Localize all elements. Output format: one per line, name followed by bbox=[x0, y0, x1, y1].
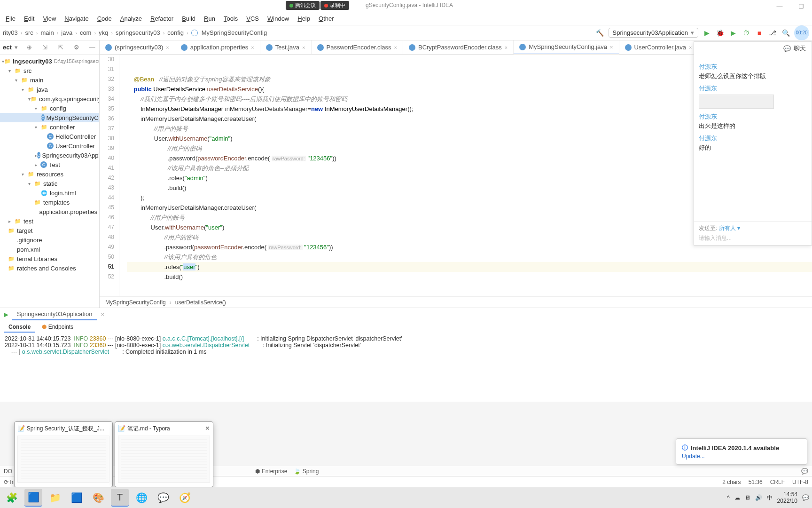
collapse-all-icon[interactable]: ⇱ bbox=[56, 43, 65, 52]
menu-refactor[interactable]: Refactor bbox=[147, 13, 177, 24]
editor-breadcrumb[interactable]: MySpringSecurityConfig›userDetailsServic… bbox=[100, 296, 812, 308]
caret-position[interactable]: 51:36 bbox=[749, 479, 763, 485]
menu-view[interactable]: View bbox=[39, 13, 60, 24]
tree-item[interactable]: login.html bbox=[0, 188, 99, 198]
tree-item[interactable]: ternal Libraries bbox=[0, 254, 99, 263]
tree-item[interactable]: ▾resources bbox=[0, 169, 99, 179]
taskbar-explorer[interactable]: 📁 bbox=[46, 489, 64, 507]
breadcrumb-item[interactable]: config bbox=[167, 29, 184, 36]
editor-tab[interactable]: Test.java× bbox=[260, 40, 312, 55]
editor-tab[interactable]: UserController.java× bbox=[619, 40, 698, 55]
menu-other[interactable]: Other bbox=[315, 13, 338, 24]
editor-tab[interactable]: (springsecurity03)× bbox=[100, 40, 175, 55]
preview-thumbnail[interactable] bbox=[17, 436, 109, 483]
menu-build[interactable]: Build bbox=[178, 13, 199, 24]
tree-item[interactable]: pom.xml bbox=[0, 245, 99, 254]
tree-item[interactable]: CUserController bbox=[0, 141, 99, 151]
preview-window[interactable]: 📝 笔记.md - Typora ✕ bbox=[115, 421, 213, 487]
preview-window[interactable]: 📝 Spring Security_认证_授权_J... bbox=[14, 421, 113, 487]
tree-item[interactable]: application.properties bbox=[0, 207, 99, 216]
menu-code[interactable]: Code bbox=[94, 13, 116, 24]
system-tray[interactable]: ^ ☁ 🖥 🔊 中 14:542022/10 💬 bbox=[727, 491, 809, 505]
tree-item[interactable]: ratches and Consoles bbox=[0, 263, 99, 273]
menu-window[interactable]: Window bbox=[264, 13, 293, 24]
chat-panel[interactable]: 💬聊天 付源东老师怎么设置你这个排版付源东付源东出来是这样的付源东好的 发送至:… bbox=[694, 41, 812, 246]
run-tool-window[interactable]: ▶ Springsecurity03Application × Console … bbox=[0, 308, 812, 402]
expand-all-icon[interactable]: ⇲ bbox=[41, 43, 49, 52]
close-icon[interactable]: × bbox=[302, 45, 305, 50]
tree-item[interactable]: ▸CSpringsecurity03Applic bbox=[0, 151, 99, 160]
chat-send-to-dropdown[interactable]: 所有人 ▾ bbox=[719, 225, 740, 231]
taskbar-typora[interactable]: T bbox=[111, 489, 129, 507]
select-opened-file-icon[interactable]: ⊕ bbox=[25, 43, 33, 52]
tray-cloud-icon[interactable]: ☁ bbox=[734, 494, 740, 501]
git-icon[interactable]: ⎇ bbox=[768, 28, 777, 38]
close-icon[interactable]: × bbox=[166, 45, 169, 50]
enterprise-tab[interactable]: ⬢ Enterprise bbox=[255, 468, 287, 475]
endpoints-subtab[interactable]: ⬢ Endpoints bbox=[37, 322, 78, 333]
breadcrumb-item[interactable]: MySpringSecurityConfig bbox=[202, 29, 267, 36]
tray-chevron-icon[interactable]: ^ bbox=[727, 494, 730, 501]
taskbar-wechat[interactable]: 💬 bbox=[154, 489, 172, 507]
maximize-button[interactable]: ☐ bbox=[790, 0, 812, 12]
close-icon[interactable]: × bbox=[610, 44, 613, 50]
chat-input[interactable]: 请输入消息... bbox=[699, 234, 807, 242]
breadcrumb-item[interactable]: src bbox=[25, 29, 33, 36]
line-separator[interactable]: CRLF bbox=[770, 479, 785, 485]
search-icon[interactable]: 🔍 bbox=[781, 28, 790, 38]
call-timer-avatar[interactable]: 00:20 bbox=[794, 25, 809, 40]
editor-tab[interactable]: application.properties× bbox=[175, 40, 260, 55]
menu-analyze[interactable]: Analyze bbox=[117, 13, 146, 24]
editor-tab[interactable]: PasswordEncoder.class× bbox=[312, 40, 403, 55]
run-icon[interactable]: ▶ bbox=[702, 28, 711, 38]
run-config-dropdown[interactable]: Springsecurity03Application bbox=[609, 28, 698, 38]
profile-icon[interactable]: ⏱ bbox=[742, 28, 751, 38]
coverage-icon[interactable]: ▶ bbox=[728, 28, 738, 38]
console-output[interactable]: 2022-10-31 14:40:15.723 INFO 23360 --- [… bbox=[0, 333, 812, 402]
breadcrumb-item[interactable]: springsecurity03 bbox=[116, 29, 160, 36]
tree-item[interactable]: ▸CTest bbox=[0, 160, 99, 169]
breadcrumb-item[interactable]: main bbox=[40, 29, 54, 36]
stop-icon[interactable]: ■ bbox=[755, 28, 764, 38]
taskbar-paint[interactable]: 🎨 bbox=[89, 489, 107, 507]
event-log-icon[interactable]: 💬 bbox=[801, 468, 808, 475]
menu-navigate[interactable]: Navigate bbox=[61, 13, 92, 24]
breadcrumb[interactable]: rity03›src›main›java›com›ykq›springsecur… bbox=[3, 29, 267, 36]
menu-tools[interactable]: Tools bbox=[220, 13, 242, 24]
close-icon[interactable]: × bbox=[251, 45, 254, 50]
menu-run[interactable]: Run bbox=[200, 13, 219, 24]
file-encoding[interactable]: UTF-8 bbox=[792, 479, 808, 485]
breadcrumb-item[interactable]: ykq bbox=[99, 29, 108, 36]
chevron-down-icon[interactable]: ▾ bbox=[15, 44, 18, 51]
preview-thumbnail[interactable] bbox=[118, 436, 210, 483]
menu-edit[interactable]: Edit bbox=[20, 13, 38, 24]
close-icon[interactable]: × bbox=[505, 45, 508, 50]
gear-icon[interactable]: ⚙ bbox=[72, 43, 81, 52]
taskbar-chrome[interactable]: 🌐 bbox=[133, 489, 150, 507]
tray-notifications-icon[interactable]: 💬 bbox=[802, 494, 809, 501]
editor-tab[interactable]: MySpringSecurityConfig.java× bbox=[514, 40, 619, 55]
menu-help[interactable]: Help bbox=[294, 13, 314, 24]
tree-item[interactable]: CHelloController bbox=[0, 132, 99, 141]
tray-volume-icon[interactable]: 🔊 bbox=[755, 494, 762, 501]
build-icon[interactable]: 🔨 bbox=[595, 28, 605, 38]
tree-item[interactable]: .gitignore bbox=[0, 235, 99, 245]
tray-network-icon[interactable]: 🖥 bbox=[745, 494, 750, 501]
tree-item[interactable]: ▾controller bbox=[0, 122, 99, 132]
taskbar-app2[interactable]: 🧭 bbox=[176, 489, 194, 507]
menu-file[interactable]: File bbox=[2, 13, 19, 24]
debug-icon[interactable]: 🐞 bbox=[715, 28, 725, 38]
recording-badge[interactable]: 录制中 bbox=[320, 1, 349, 10]
windows-taskbar[interactable]: 🧩 🟦 📁 🟦 🎨 T 🌐 💬 🧭 ^ ☁ 🖥 🔊 中 14:542022/10… bbox=[0, 487, 812, 508]
menu-vcs[interactable]: VCS bbox=[242, 13, 263, 24]
project-tool-window[interactable]: ect ▾ ⊕ ⇲ ⇱ ⚙ — ▾ ingsecurity03D:\qy156\… bbox=[0, 40, 100, 308]
taskbar-app[interactable]: 🧩 bbox=[3, 489, 21, 507]
taskbar-intellij[interactable]: 🟦 bbox=[24, 489, 42, 507]
tree-item[interactable]: ▾config bbox=[0, 103, 99, 113]
hide-icon[interactable]: — bbox=[88, 43, 96, 52]
tree-item[interactable]: CMySpringSecurityCo bbox=[0, 113, 99, 122]
spring-tab[interactable]: 🍃 Spring bbox=[294, 468, 319, 475]
console-subtab[interactable]: Console bbox=[4, 322, 35, 333]
breadcrumb-item[interactable]: rity03 bbox=[3, 29, 18, 36]
update-link[interactable]: Update... bbox=[682, 453, 801, 460]
